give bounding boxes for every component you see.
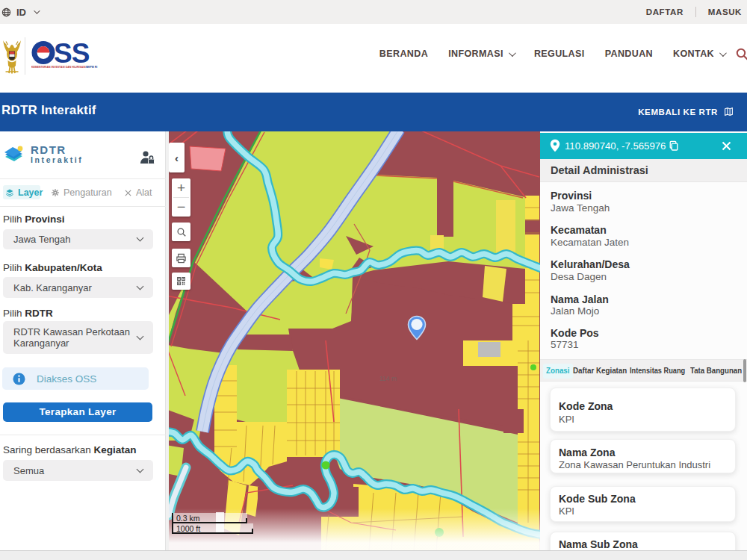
svg-text:SS: SS: [54, 40, 90, 66]
svg-text:114 m: 114 m: [379, 375, 397, 382]
